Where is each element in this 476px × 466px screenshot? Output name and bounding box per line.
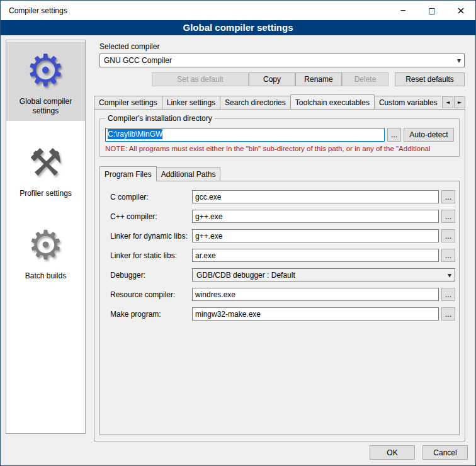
chevron-down-icon: ▾ <box>457 56 461 65</box>
ok-button[interactable]: OK <box>370 445 415 460</box>
debugger-select[interactable]: GDB/CDB debugger : Default ▾ <box>192 268 455 281</box>
tab-toolchain-executables[interactable]: Toolchain executables <box>290 94 375 109</box>
dialog-banner: Global compiler settings <box>1 20 475 35</box>
field-row-resource-compiler: Resource compiler: ... <box>110 288 455 301</box>
tab-scroll-right-button[interactable]: ► <box>454 96 465 108</box>
c-compiler-label: C compiler: <box>110 193 192 202</box>
rename-button[interactable]: Rename <box>295 72 342 86</box>
installation-path-row: C:\raylib\MinGW ... Auto-detect <box>105 128 454 142</box>
window-controls: ─ □ × <box>388 1 475 20</box>
sidebar-spacer <box>6 203 85 216</box>
compiler-select-value: GNU GCC Compiler <box>104 56 172 65</box>
field-row-cpp-compiler: C++ compiler: ... <box>110 210 455 223</box>
compiler-select[interactable]: GNU GCC Compiler ▾ <box>99 54 465 67</box>
gears-icon: ⚙ <box>8 219 84 271</box>
sidebar-item-label: Global compiler settings <box>8 97 84 116</box>
settings-tabs: Compiler settings Linker settings Search… <box>94 94 441 109</box>
sidebar-item-batch-builds[interactable]: ⚙ Batch builds <box>6 216 85 286</box>
window-title: Compiler settings <box>9 6 67 15</box>
tab-scroll-left-button[interactable]: ◄ <box>442 96 453 108</box>
reset-defaults-button[interactable]: Reset defaults <box>395 72 465 86</box>
close-button[interactable]: × <box>446 1 475 20</box>
installation-directory-title: Compiler's installation directory <box>105 114 215 123</box>
minimize-button[interactable]: ─ <box>388 1 417 20</box>
cpp-compiler-label: C++ compiler: <box>110 212 192 221</box>
resource-compiler-browse-button[interactable]: ... <box>441 288 455 301</box>
titlebar: Compiler settings ─ □ × <box>1 1 475 20</box>
selected-compiler-label: Selected compiler <box>99 42 467 51</box>
copy-button[interactable]: Copy <box>249 72 295 86</box>
sidebar-item-label: Profiler settings <box>8 189 84 198</box>
field-row-c-compiler: C compiler: ... <box>110 190 455 203</box>
field-row-make-program: Make program: ... <box>110 307 455 321</box>
cpp-compiler-browse-button[interactable]: ... <box>441 210 455 223</box>
compiler-settings-dialog: Compiler settings ─ □ × Global compiler … <box>0 0 476 466</box>
tab-additional-paths[interactable]: Additional Paths <box>156 168 221 181</box>
sidebar-spacer <box>6 121 85 134</box>
dynamic-linker-browse-button[interactable]: ... <box>441 229 455 242</box>
installation-directory-input[interactable]: C:\raylib\MinGW <box>105 128 385 142</box>
delete-button[interactable]: Delete <box>342 72 388 86</box>
program-tabs: Program Files Additional Paths <box>99 166 460 181</box>
dynamic-linker-input[interactable] <box>192 229 439 242</box>
settings-tab-strip: Compiler settings Linker settings Search… <box>94 94 465 109</box>
static-linker-label: Linker for static libs: <box>110 251 192 260</box>
chevron-down-icon: ▾ <box>448 271 451 280</box>
sidebar-item-global-compiler-settings[interactable]: ⚙ Global compiler settings <box>6 42 85 121</box>
tab-custom-variables[interactable]: Custom variables <box>374 96 441 109</box>
maximize-button[interactable]: □ <box>417 1 446 20</box>
settings-sidebar: ⚙ Global compiler settings ⚒ Profiler se… <box>6 40 86 434</box>
cpp-compiler-input[interactable] <box>192 210 439 223</box>
make-program-input[interactable] <box>192 307 439 321</box>
field-row-debugger: Debugger: GDB/CDB debugger : Default ▾ <box>110 268 455 281</box>
cancel-button[interactable]: Cancel <box>422 445 468 460</box>
hammer-icon: ⚒ <box>8 136 84 189</box>
debugger-label: Debugger: <box>110 271 192 280</box>
tab-compiler-settings[interactable]: Compiler settings <box>94 96 162 109</box>
sidebar-item-label: Batch builds <box>8 271 84 281</box>
tab-scroll-controls: ◄ ► <box>442 96 465 108</box>
static-linker-browse-button[interactable]: ... <box>441 249 455 262</box>
main-panel: Selected compiler GNU GCC Compiler ▾ Set… <box>92 38 467 441</box>
toolchain-executables-panel: Compiler's installation directory C:\ray… <box>94 109 465 441</box>
installation-note: NOTE: All programs must exist either in … <box>105 145 454 152</box>
selected-path-text: C:\raylib\MinGW <box>108 129 162 139</box>
c-compiler-browse-button[interactable]: ... <box>441 190 455 203</box>
field-row-dynamic-linker: Linker for dynamic libs: ... <box>110 229 455 242</box>
resource-compiler-input[interactable] <box>192 288 439 301</box>
field-row-static-linker: Linker for static libs: ... <box>110 249 455 262</box>
tab-search-directories[interactable]: Search directories <box>220 96 291 109</box>
tab-program-files[interactable]: Program Files <box>99 166 157 181</box>
make-program-label: Make program: <box>110 310 192 319</box>
dialog-body: ⚙ Global compiler settings ⚒ Profiler se… <box>1 35 475 465</box>
compiler-actions: Set as default Copy Rename Delete Reset … <box>99 72 465 86</box>
set-as-default-button[interactable]: Set as default <box>152 72 249 86</box>
make-program-browse-button[interactable]: ... <box>441 307 455 321</box>
browse-directory-button[interactable]: ... <box>387 128 401 142</box>
resource-compiler-label: Resource compiler: <box>110 290 192 299</box>
debugger-select-value: GDB/CDB debugger : Default <box>196 271 295 280</box>
auto-detect-button[interactable]: Auto-detect <box>404 128 454 142</box>
c-compiler-input[interactable] <box>192 190 439 203</box>
installation-directory-group: Compiler's installation directory C:\ray… <box>99 118 460 157</box>
gear-icon: ⚙ <box>8 44 84 97</box>
static-linker-input[interactable] <box>192 249 439 262</box>
program-files-panel: C compiler: ... C++ compiler: ... <box>99 181 460 435</box>
tab-linker-settings[interactable]: Linker settings <box>162 96 220 109</box>
dynamic-linker-label: Linker for dynamic libs: <box>110 232 192 241</box>
sidebar-item-profiler-settings[interactable]: ⚒ Profiler settings <box>6 134 85 203</box>
